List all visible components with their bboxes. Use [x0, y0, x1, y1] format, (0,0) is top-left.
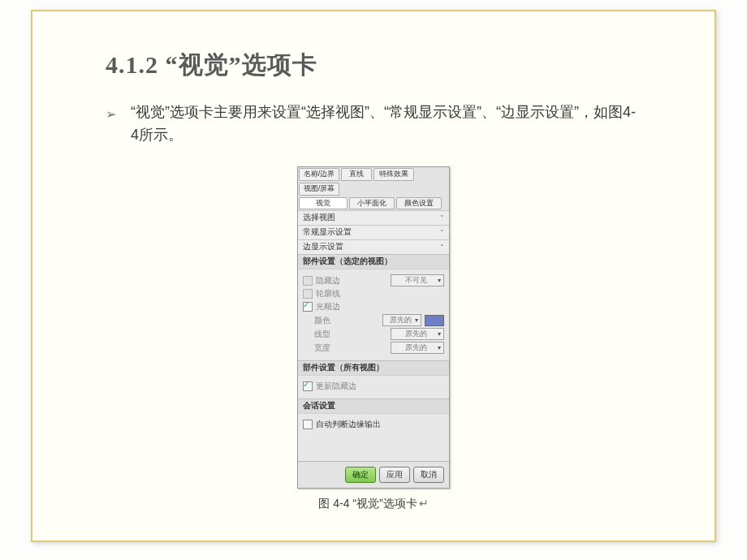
row-contour: 轮廓线	[303, 288, 444, 299]
tabs-row-1: 名称/边界 直线 特殊效果 视图/屏幕	[298, 167, 449, 196]
accordion-label: 边显示设置	[303, 242, 343, 252]
tab-special-effects[interactable]: 特殊效果	[374, 168, 414, 181]
label-color: 颜色	[303, 315, 379, 326]
label-update-hidden: 更新隐藏边	[316, 381, 444, 392]
chevron-up-icon: ˄	[440, 243, 444, 252]
label-contour: 轮廓线	[316, 288, 444, 299]
return-mark-icon: ↵	[419, 497, 429, 510]
chevron-down-icon: ˅	[440, 214, 444, 222]
dialog-buttons: 确定 应用 取消	[298, 461, 449, 488]
apply-button[interactable]: 应用	[379, 467, 410, 483]
tab-view-screen[interactable]: 视图/屏幕	[299, 183, 339, 196]
accordion-edge-display[interactable]: 边显示设置 ˄	[298, 239, 449, 254]
figure-caption: 图 4-4 “视觉”选项卡↵	[318, 497, 428, 511]
tab-name-boundary[interactable]: 名称/边界	[299, 168, 339, 181]
label-auto-edge-output: 自动判断边缘输出	[316, 419, 444, 430]
row-hidden-edge: 隐藏边 不可见 ▾	[303, 274, 444, 286]
accordion-general-display[interactable]: 常规显示设置 ˅	[298, 225, 449, 239]
chevron-down-icon: ▾	[415, 317, 418, 324]
figure-wrap: 名称/边界 直线 特殊效果 视图/屏幕 视觉 小平面化 颜色设置 选择视图 ˅ …	[106, 166, 641, 512]
row-linetype: 线型 原先的 ▾	[303, 328, 444, 340]
accordion-label: 常规显示设置	[303, 227, 352, 238]
group-all-views-title: 部件设置（所有视图）	[298, 360, 449, 375]
tab-visual[interactable]: 视觉	[299, 197, 348, 210]
dropdown-color-original[interactable]: 原先的 ▾	[382, 314, 421, 326]
chevron-down-icon: ▾	[438, 277, 441, 284]
tab-line[interactable]: 直线	[341, 168, 372, 181]
chevron-down-icon: ˅	[440, 229, 444, 237]
section-heading: 4.1.2 “视觉”选项卡	[106, 49, 641, 82]
options-dialog: 名称/边界 直线 特殊效果 视图/屏幕 视觉 小平面化 颜色设置 选择视图 ˅ …	[297, 166, 450, 489]
checkbox-contour[interactable]	[303, 289, 313, 299]
label-hidden-edge: 隐藏边	[316, 275, 387, 286]
color-swatch[interactable]	[425, 315, 444, 326]
accordion-select-view[interactable]: 选择视图 ˅	[298, 210, 449, 225]
dropdown-width[interactable]: 原先的 ▾	[391, 342, 444, 354]
group-all-views-body: 更新隐藏边	[298, 375, 449, 398]
row-auto-edge-output: 自动判断边缘输出	[303, 419, 444, 430]
group-selected-view-title: 部件设置（选定的视图）	[298, 254, 449, 269]
tab-color-settings[interactable]: 颜色设置	[396, 197, 442, 210]
checkbox-update-hidden[interactable]	[303, 381, 313, 391]
group-selected-view-body: 隐藏边 不可见 ▾ 轮廓线 光顺边	[298, 269, 449, 360]
row-color: 颜色 原先的 ▾	[303, 314, 444, 326]
row-smooth: 光顺边	[303, 301, 444, 312]
ok-button[interactable]: 确定	[345, 467, 376, 483]
tab-facet[interactable]: 小平面化	[349, 197, 395, 210]
bullet-text: “视觉”选项卡主要用来设置“选择视图”、“常规显示设置”、“边显示设置”，如图4…	[131, 101, 641, 147]
dropdown-hidden-edge[interactable]: 不可见 ▾	[391, 274, 444, 286]
slide-frame: 4.1.2 “视觉”选项卡 ➢ “视觉”选项卡主要用来设置“选择视图”、“常规显…	[31, 10, 716, 542]
row-update-hidden: 更新隐藏边	[303, 381, 444, 392]
accordion-label: 选择视图	[303, 213, 335, 223]
chevron-right-icon: ➢	[106, 101, 116, 125]
label-smooth: 光顺边	[316, 301, 444, 312]
group-session-body: 自动判断边缘输出	[298, 413, 449, 461]
tabs-row-2: 视觉 小平面化 颜色设置	[298, 196, 449, 211]
row-width: 宽度 原先的 ▾	[303, 342, 444, 354]
checkbox-hidden-edge[interactable]	[303, 276, 313, 286]
checkbox-smooth[interactable]	[303, 302, 313, 312]
chevron-down-icon: ▾	[438, 344, 441, 351]
label-linetype: 线型	[303, 329, 387, 340]
group-session-title: 会话设置	[298, 398, 449, 413]
dropdown-linetype[interactable]: 原先的 ▾	[391, 328, 444, 340]
checkbox-auto-edge-output[interactable]	[303, 420, 313, 429]
label-width: 宽度	[303, 342, 387, 354]
bullet-item: ➢ “视觉”选项卡主要用来设置“选择视图”、“常规显示设置”、“边显示设置”，如…	[106, 101, 641, 147]
cancel-button[interactable]: 取消	[413, 467, 444, 483]
slide-page: 4.1.2 “视觉”选项卡 ➢ “视觉”选项卡主要用来设置“选择视图”、“常规显…	[0, 0, 747, 560]
chevron-down-icon: ▾	[438, 330, 441, 338]
